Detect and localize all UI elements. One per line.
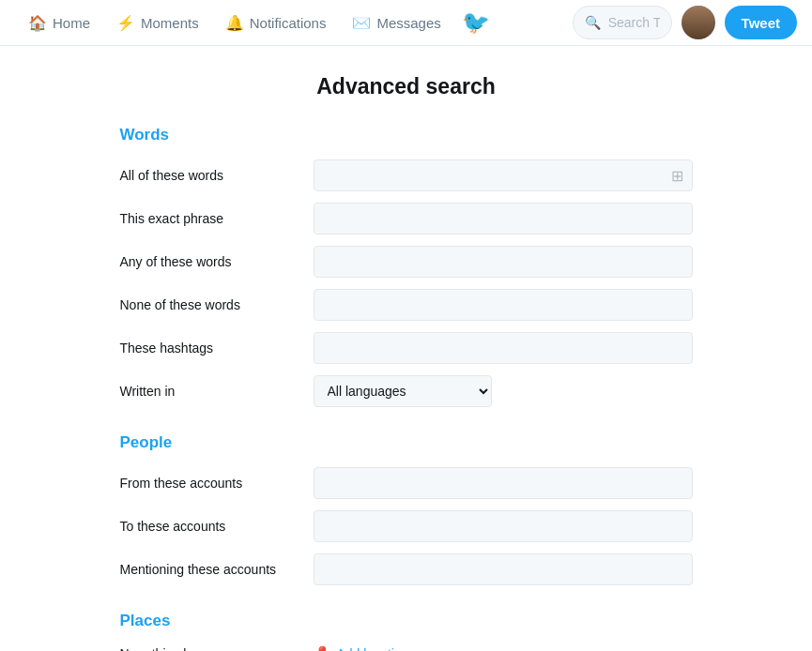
home-icon: 🏠 bbox=[28, 14, 47, 32]
to-accounts-row: To these accounts bbox=[120, 510, 693, 542]
mentioning-accounts-input[interactable] bbox=[314, 553, 693, 585]
written-in-label: Written in bbox=[120, 384, 299, 399]
to-accounts-label: To these accounts bbox=[120, 519, 299, 534]
mentioning-accounts-row: Mentioning these accounts bbox=[120, 553, 693, 585]
add-location-link[interactable]: 📍 Add location bbox=[314, 645, 409, 651]
location-pin-icon: 📍 bbox=[314, 645, 331, 651]
any-words-label: Any of these words bbox=[120, 254, 299, 269]
page-title: Advanced search bbox=[120, 74, 693, 99]
envelope-icon: ✉️ bbox=[352, 14, 371, 32]
nav-notifications[interactable]: 🔔 Notifications bbox=[212, 0, 340, 45]
add-location-label: Add location bbox=[337, 646, 409, 651]
to-accounts-input[interactable] bbox=[314, 510, 693, 542]
from-accounts-input[interactable] bbox=[314, 467, 693, 499]
avatar[interactable] bbox=[682, 6, 715, 39]
nav-messages[interactable]: ✉️ Messages bbox=[339, 0, 453, 45]
all-words-input-wrapper: ⊞ bbox=[314, 159, 693, 191]
places-section: Places Near this place 📍 Add location bbox=[120, 612, 693, 651]
exact-phrase-row: This exact phrase bbox=[120, 203, 693, 235]
top-nav: 🏠 Home ⚡ Moments 🔔 Notifications ✉️ Mess… bbox=[0, 0, 812, 46]
none-words-label: None of these words bbox=[120, 297, 299, 312]
from-accounts-row: From these accounts bbox=[120, 467, 693, 499]
tweet-button[interactable]: Tweet bbox=[725, 6, 797, 39]
all-words-row: All of these words ⊞ bbox=[120, 159, 693, 191]
nav-search-input[interactable] bbox=[608, 15, 660, 30]
all-words-input[interactable] bbox=[314, 159, 693, 191]
written-in-row: Written in All languages Arabic Bengali … bbox=[120, 375, 693, 407]
nav-home[interactable]: 🏠 Home bbox=[15, 0, 103, 45]
hashtags-label: These hashtags bbox=[120, 341, 299, 356]
hashtags-input[interactable] bbox=[314, 332, 693, 364]
hashtags-row: These hashtags bbox=[120, 332, 693, 364]
exact-phrase-label: This exact phrase bbox=[120, 211, 299, 226]
nav-moments-label: Moments bbox=[141, 15, 199, 31]
bell-icon: 🔔 bbox=[225, 14, 244, 32]
any-words-input[interactable] bbox=[314, 246, 693, 278]
none-words-input[interactable] bbox=[314, 289, 693, 321]
nav-search-box: 🔍 bbox=[573, 6, 672, 39]
exact-phrase-input[interactable] bbox=[314, 203, 693, 235]
none-words-row: None of these words bbox=[120, 289, 693, 321]
words-section-title: Words bbox=[120, 126, 693, 144]
language-select[interactable]: All languages Arabic Bengali Czech Danis… bbox=[314, 375, 492, 407]
any-words-row: Any of these words bbox=[120, 246, 693, 278]
all-words-label: All of these words bbox=[120, 168, 299, 183]
nav-home-label: Home bbox=[53, 15, 90, 31]
nav-moments[interactable]: ⚡ Moments bbox=[103, 0, 212, 45]
moments-icon: ⚡ bbox=[116, 14, 135, 32]
words-section: Words All of these words ⊞ This exact ph… bbox=[120, 126, 693, 407]
from-accounts-label: From these accounts bbox=[120, 476, 299, 491]
places-section-title: Places bbox=[120, 612, 693, 630]
twitter-logo: 🐦 bbox=[462, 9, 490, 36]
near-place-row: Near this place 📍 Add location bbox=[120, 645, 693, 651]
search-icon: 🔍 bbox=[585, 15, 601, 30]
main-content: Advanced search Words All of these words… bbox=[101, 46, 712, 651]
nav-messages-label: Messages bbox=[376, 15, 440, 31]
people-section-title: People bbox=[120, 433, 693, 452]
nav-notifications-label: Notifications bbox=[250, 15, 327, 31]
near-place-label: Near this place bbox=[120, 646, 299, 651]
mentioning-accounts-label: Mentioning these accounts bbox=[120, 562, 299, 577]
people-section: People From these accounts To these acco… bbox=[120, 433, 693, 585]
